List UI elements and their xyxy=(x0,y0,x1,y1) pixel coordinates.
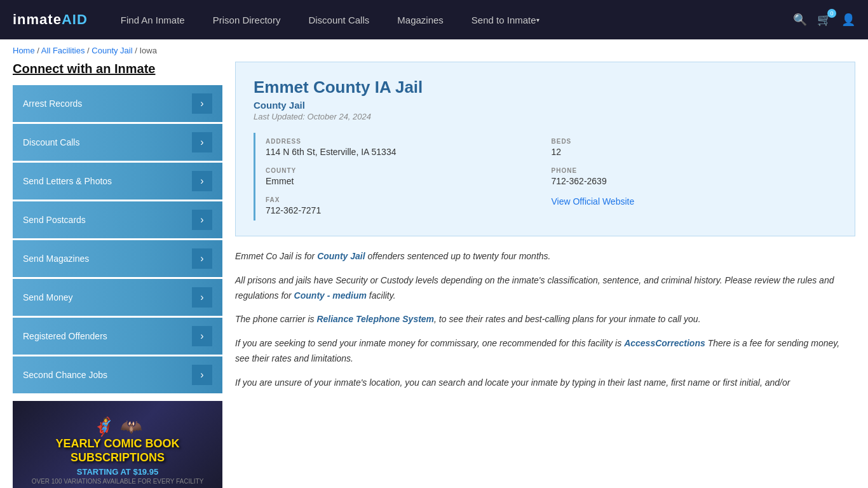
sidebar-title: Connect with an Inmate xyxy=(13,62,222,76)
address-value: 114 N 6th St, Esterville, IA 51334 xyxy=(266,147,552,157)
facility-updated: Last Updated: October 24, 2024 xyxy=(254,112,837,121)
sidebar-item-arrest-records[interactable]: Arrest Records › xyxy=(13,85,222,122)
logo[interactable]: inmateAID xyxy=(13,11,88,28)
sidebar: Connect with an Inmate Arrest Records › … xyxy=(13,62,222,488)
description-p4: If you are seeking to send your inmate m… xyxy=(235,336,855,367)
nav-prison-directory[interactable]: Prison Directory xyxy=(199,0,295,39)
county-cell: COUNTY Emmet xyxy=(266,162,552,191)
arrow-icon: › xyxy=(192,365,212,385)
description-p5: If you are unsure of your inmate's locat… xyxy=(235,376,855,391)
breadcrumb-county-jail[interactable]: County Jail xyxy=(92,46,132,55)
arrow-icon: › xyxy=(192,210,212,230)
breadcrumb: Home / All Facilities / County Jail / Io… xyxy=(0,39,868,62)
fax-cell: FAX 712-362-7271 xyxy=(266,191,552,220)
fax-value: 712-362-7271 xyxy=(266,205,552,215)
cart-icon[interactable]: 🛒 0 xyxy=(817,13,831,27)
breadcrumb-all-facilities[interactable]: All Facilities xyxy=(41,46,85,55)
sidebar-item-discount-calls[interactable]: Discount Calls › xyxy=(13,124,222,161)
cart-badge: 0 xyxy=(827,9,836,18)
beds-cell: BEDS 12 xyxy=(552,133,837,162)
facility-description: Emmet Co Jail is for County Jail offende… xyxy=(235,249,855,391)
nav-icons: 🔍 🛒 0 👤 xyxy=(793,13,855,27)
search-icon[interactable]: 🔍 xyxy=(793,13,807,27)
comic-ad-title: YEARLY COMIC BOOKSUBSCRIPTIONS xyxy=(55,437,179,464)
county-medium-link[interactable]: County - medium xyxy=(294,290,367,301)
arrow-icon: › xyxy=(192,93,212,114)
main-content: Emmet County IA Jail County Jail Last Up… xyxy=(235,62,855,488)
comic-ad-price: STARTING AT $19.95 xyxy=(77,467,158,477)
breadcrumb-home[interactable]: Home xyxy=(13,46,35,55)
facility-name: Emmet County IA Jail xyxy=(254,78,837,97)
address-cell: ADDRESS 114 N 6th St, Esterville, IA 513… xyxy=(266,133,552,162)
sidebar-item-send-postcards[interactable]: Send Postcards › xyxy=(13,201,222,238)
county-value: Emmet xyxy=(266,176,552,186)
comic-ad-note: OVER 100 VARIATIONS AVAILABLE FOR EVERY … xyxy=(32,478,204,485)
navigation: inmateAID Find An Inmate Prison Director… xyxy=(0,0,868,39)
phone-cell: PHONE 712-362-2639 xyxy=(552,162,837,191)
sidebar-item-second-chance-jobs[interactable]: Second Chance Jobs › xyxy=(13,356,222,393)
nav-links: Find An Inmate Prison Directory Discount… xyxy=(107,0,793,39)
website-cell: View Official Website xyxy=(552,191,837,220)
sidebar-item-send-money[interactable]: Send Money › xyxy=(13,279,222,316)
page-layout: Connect with an Inmate Arrest Records › … xyxy=(0,62,868,488)
facility-card: Emmet County IA Jail County Jail Last Up… xyxy=(235,62,855,236)
nav-magazines[interactable]: Magazines xyxy=(383,0,458,39)
sidebar-item-send-magazines[interactable]: Send Magazines › xyxy=(13,240,222,277)
description-p2: All prisons and jails have Security or C… xyxy=(235,273,855,304)
beds-value: 12 xyxy=(552,147,837,157)
arrow-icon: › xyxy=(192,326,212,346)
beds-label: BEDS xyxy=(552,138,837,145)
comic-ad-banner[interactable]: 🦸 🦇 YEARLY COMIC BOOKSUBSCRIPTIONS START… xyxy=(13,401,222,488)
arrow-icon: › xyxy=(192,287,212,308)
nav-find-inmate[interactable]: Find An Inmate xyxy=(107,0,199,39)
nav-discount-calls[interactable]: Discount Calls xyxy=(294,0,383,39)
access-corrections-link[interactable]: AccessCorrections xyxy=(624,338,705,348)
facility-info-grid: ADDRESS 114 N 6th St, Esterville, IA 513… xyxy=(254,133,837,220)
view-official-website-link[interactable]: View Official Website xyxy=(552,196,635,207)
address-label: ADDRESS xyxy=(266,138,552,145)
nav-send-to-inmate[interactable]: Send to Inmate xyxy=(458,0,553,39)
phone-carrier-link[interactable]: Reliance Telephone System xyxy=(316,314,434,324)
sidebar-item-registered-offenders[interactable]: Registered Offenders › xyxy=(13,318,222,355)
county-jail-link[interactable]: County Jail xyxy=(317,251,365,261)
sidebar-item-send-letters[interactable]: Send Letters & Photos › xyxy=(13,163,222,200)
breadcrumb-state: Iowa xyxy=(139,46,156,55)
arrow-icon: › xyxy=(192,132,212,152)
arrow-icon: › xyxy=(192,171,212,191)
phone-label: PHONE xyxy=(552,167,837,174)
arrow-icon: › xyxy=(192,248,212,269)
sidebar-menu: Arrest Records › Discount Calls › Send L… xyxy=(13,85,222,393)
description-p1: Emmet Co Jail is for County Jail offende… xyxy=(235,249,855,264)
facility-type: County Jail xyxy=(254,100,837,111)
description-p3: The phone carrier is Reliance Telephone … xyxy=(235,312,855,327)
fax-label: FAX xyxy=(266,196,552,203)
user-icon[interactable]: 👤 xyxy=(841,13,855,27)
county-label: COUNTY xyxy=(266,167,552,174)
phone-value: 712-362-2639 xyxy=(552,176,837,186)
